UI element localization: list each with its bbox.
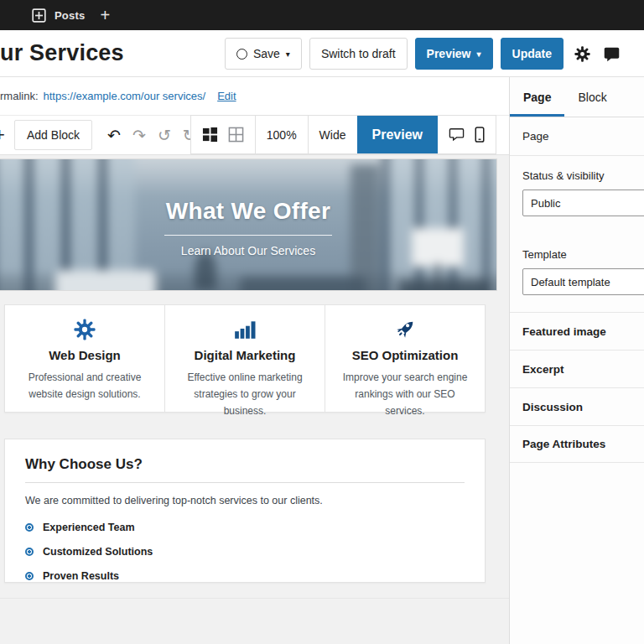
list-item-label: Customized Solutions xyxy=(43,546,153,558)
panel-featured-image[interactable]: Featured image xyxy=(510,312,644,350)
save-button-label: Save xyxy=(253,47,280,60)
new-tab-plus-icon[interactable]: + xyxy=(100,7,110,23)
bullet-ring-icon xyxy=(25,548,34,556)
preview-button-label: Preview xyxy=(427,47,471,60)
service-description: Effective online marketing strategies to… xyxy=(174,370,316,419)
service-column-web-design[interactable]: Web Design Professional and creative web… xyxy=(5,305,164,412)
switch-to-draft-button[interactable]: Switch to draft xyxy=(309,38,408,70)
settings-sidebar: Page Block Page Status & visibility Publ… xyxy=(509,77,644,644)
bullet-ring-icon xyxy=(25,523,34,532)
service-title: Web Design xyxy=(13,348,156,362)
service-title: SEO Optimization xyxy=(334,348,476,362)
settings-gear-icon[interactable] xyxy=(571,43,593,65)
visibility-select[interactable]: Public xyxy=(522,190,644,216)
width-toggle-button[interactable]: Wide xyxy=(308,116,357,153)
template-section: Template Default template xyxy=(510,231,644,312)
why-divider xyxy=(25,482,465,483)
device-preview-cell xyxy=(438,116,496,153)
why-choose-us-block[interactable]: Why Choose Us? We are committed to deliv… xyxy=(4,439,486,583)
tab-page[interactable]: Page xyxy=(510,77,564,117)
status-visibility-section: Status & visibility Public xyxy=(510,156,644,231)
comment-bubble-outline-icon[interactable] xyxy=(449,127,465,142)
status-visibility-label: Status & visibility xyxy=(522,169,644,182)
editor-top-bar: Posts + xyxy=(0,0,644,30)
bullet-ring-icon xyxy=(25,572,34,580)
sidebar-tabs: Page Block xyxy=(510,77,644,117)
update-button[interactable]: Update xyxy=(501,38,564,70)
history-controls: ↶ ↷ ↺ ↻ xyxy=(107,126,196,145)
permalink-url: https://example.com/our services/ xyxy=(44,90,206,102)
inserter-plus-icon[interactable]: + xyxy=(0,124,8,146)
block-toolbar: + Add Block ↶ ↷ ↺ ↻ 100 xyxy=(0,116,509,155)
chevron-down-icon: ▾ xyxy=(477,50,481,59)
hero-cover-block[interactable]: What We Offer Learn About Our Services xyxy=(0,159,496,290)
tab-block[interactable]: Block xyxy=(564,77,620,117)
permalink-edit-link[interactable]: Edit xyxy=(217,90,236,102)
list-item: Proven Results xyxy=(25,570,465,582)
grid-view-outline-icon[interactable] xyxy=(228,127,244,143)
list-item-label: Proven Results xyxy=(43,570,119,582)
grid-view-filled-icon[interactable] xyxy=(202,127,218,143)
comments-bubble-icon[interactable] xyxy=(600,43,622,65)
editor-header: ur Services Save ▾ Switch to draft Previ… xyxy=(0,30,644,77)
services-columns-block[interactable]: Web Design Professional and creative web… xyxy=(4,304,486,413)
bar-chart-icon xyxy=(174,317,316,342)
service-title: Digital Marketing xyxy=(174,348,316,362)
save-status-icon xyxy=(236,49,247,60)
block-grid-icon xyxy=(32,8,46,23)
service-description: Professional and creative website design… xyxy=(13,370,156,403)
redo-icon[interactable]: ↷ xyxy=(132,126,146,145)
editor-canvas: What We Offer Learn About Our Services xyxy=(0,155,509,644)
switch-to-draft-label: Switch to draft xyxy=(321,47,396,60)
panel-excerpt[interactable]: Excerpt xyxy=(510,350,644,387)
posts-tab-label: Posts xyxy=(55,9,85,22)
layout-icons-cell xyxy=(191,116,255,153)
save-button[interactable]: Save ▾ xyxy=(225,38,302,70)
permalink-row: rmalink: https://example.com/our service… xyxy=(0,77,509,116)
page-title: ur Services xyxy=(0,40,124,66)
chevron-down-icon: ▾ xyxy=(286,50,290,59)
list-item: Customized Solutions xyxy=(25,546,465,558)
hero-content: What We Offer Learn About Our Services xyxy=(0,159,496,290)
view-options-group: 100% Wide Preview xyxy=(190,115,496,154)
content-bottom-divider xyxy=(0,598,509,599)
add-block-button[interactable]: Add Block xyxy=(14,120,92,150)
list-item: Experienced Team xyxy=(25,522,465,533)
page-panel-header[interactable]: Page xyxy=(510,117,644,156)
service-column-digital-marketing[interactable]: Digital Marketing Effective online marke… xyxy=(164,305,325,412)
zoom-level-button[interactable]: 100% xyxy=(255,116,308,153)
undo-rotate-icon[interactable]: ↺ xyxy=(158,126,171,145)
update-button-label: Update xyxy=(512,47,552,60)
editor-main-area: rmalink: https://example.com/our service… xyxy=(0,77,509,644)
service-column-seo[interactable]: SEO Optimization Improve your search eng… xyxy=(325,305,485,412)
preview-button[interactable]: Preview ▾ xyxy=(415,38,493,70)
panel-page-attributes[interactable]: Page Attributes xyxy=(510,425,644,463)
gear-icon xyxy=(13,317,156,342)
why-title: Why Choose Us? xyxy=(25,456,465,473)
list-item-label: Experienced Team xyxy=(43,522,135,533)
permalink-label: rmalink: xyxy=(0,90,39,102)
why-paragraph: We are committed to delivering top-notch… xyxy=(25,495,465,506)
hero-title: What We Offer xyxy=(166,198,330,225)
template-select[interactable]: Default template xyxy=(522,268,644,295)
undo-icon[interactable]: ↶ xyxy=(107,126,121,145)
why-list: Experienced Team Customized Solutions Pr… xyxy=(25,522,465,582)
posts-tab[interactable]: Posts xyxy=(32,8,85,23)
toolbar-preview-button[interactable]: Preview xyxy=(357,116,438,153)
rocket-icon xyxy=(334,317,476,342)
header-actions: Save ▾ Switch to draft Preview ▾ Update xyxy=(225,30,622,77)
service-description: Improve your search engine rankings with… xyxy=(334,370,476,419)
hero-subtitle: Learn About Our Services xyxy=(181,244,315,257)
template-label: Template xyxy=(522,248,644,261)
panel-discussion[interactable]: Discussion xyxy=(510,387,644,425)
hero-divider xyxy=(164,235,332,236)
mobile-phone-icon[interactable] xyxy=(475,127,485,143)
